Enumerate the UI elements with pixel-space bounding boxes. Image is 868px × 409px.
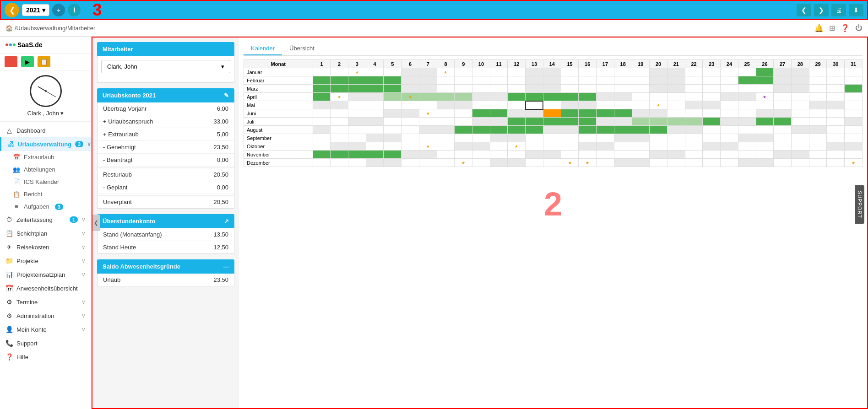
right-panel: Kalender Übersicht Monat 123456789101112… [239,38,867,408]
ueberstunden-header: Überstundenkonto ↗ [97,214,234,228]
sidebar-item-anwesenheit[interactable]: 📅 Anwesenheitsübersicht [0,281,91,295]
sidebar-item-bericht[interactable]: 📋 Bericht [0,188,91,200]
back-button[interactable]: ❮ [5,3,19,17]
sidebar-item-ics-kalender[interactable]: 📄 ICS Kalender [0,176,91,188]
m17 [597,85,614,93]
jun10 [472,109,490,118]
aug31 [845,126,863,134]
d5: 5 [384,60,401,68]
tab-kalender[interactable]: Kalender [244,42,282,55]
grid-icon[interactable]: ⊞ [829,24,835,32]
aug9 [455,126,472,134]
urlaubskonto-header: Urlaubskonto 2021 ✎ [97,88,234,102]
nov27 [774,151,792,159]
extraurlaub-icon: 📅 [13,154,20,161]
month-august: August [244,126,313,134]
sidebar-item-projekteinsatzplan[interactable]: 📊 Projekteinsatzplan ∨ [0,268,91,281]
stand-heute-row: Stand Heute 12,50 [98,241,234,253]
download-button[interactable]: ⬇ [849,4,863,16]
aug14 [543,126,561,134]
sidebar-item-hilfe[interactable]: ❓ Hilfe [0,350,91,364]
sidebar-item-extraurlaub[interactable]: 📅 Extraurlaub [0,151,91,163]
play-button[interactable]: ▶ [21,56,34,67]
jul12 [508,118,526,126]
aug23 [703,126,721,134]
logo-dots [5,43,16,46]
mai14 [543,101,561,109]
a29 [809,93,827,101]
j6 [401,68,419,76]
jun1 [313,109,331,118]
a23 [703,93,721,101]
sidebar-item-projekte[interactable]: 📁 Projekte ∨ [0,254,91,268]
anwesenheit-label: Anwesenheitsübersicht [16,285,86,292]
projekte-label: Projekte [16,258,78,264]
mai10 [472,101,490,109]
m11 [490,85,508,93]
external-link-icon[interactable]: ↗ [224,218,229,225]
jun31 [845,109,863,118]
info-button[interactable]: ℹ [68,4,81,16]
j9 [455,68,472,76]
power-icon[interactable]: ⏻ [855,24,863,32]
nov8 [437,151,455,159]
home-icon[interactable]: 🏠 [5,25,13,32]
support-tab[interactable]: SUPPORT [855,185,864,224]
d30: 30 [827,60,845,68]
sidebar-item-abteilungen[interactable]: 👥 Abteilungen [0,163,91,176]
sidebar-item-aufgaben[interactable]: ≡ Aufgaben 3 [0,200,91,213]
nov13 [526,151,543,159]
jul8 [437,118,455,126]
nav-next-button[interactable]: ❯ [814,4,829,16]
minus-icon[interactable]: — [223,263,229,270]
m14 [543,85,561,93]
month-november: November [244,151,313,159]
copy-button[interactable]: 📋 [38,56,50,67]
aug12 [508,126,526,134]
okt4 [366,142,384,151]
sep19 [632,134,650,142]
mitarbeiter-header: Mitarbeiter [97,42,234,56]
m1 [313,85,331,93]
help-icon[interactable]: ❓ [841,24,850,32]
sidebar-item-mein-konto[interactable]: 👤 Mein Konto ∨ [0,323,91,336]
nav-section: △ Dashboard 🏖 Urlaubsverwaltung 3 ∨ 📅 Ex… [0,122,91,409]
dashboard-label: Dashboard [16,127,86,134]
d3: 3 [348,60,366,68]
sidebar-item-administration[interactable]: ⚙ Administration ∨ [0,309,91,323]
mein-konto-chevron: ∨ [81,326,86,333]
sidebar-item-reisekosten[interactable]: ✈ Reisekosten ∨ [0,240,91,254]
add-button[interactable]: + [52,4,65,16]
stop-button[interactable] [5,56,17,67]
sidebar-item-schichtplan[interactable]: 📋 Schichtplan ∨ [0,226,91,240]
sep30 [827,134,845,142]
m27 [774,85,792,93]
sidebar-item-dashboard[interactable]: △ Dashboard [0,124,91,137]
d25: 25 [738,60,756,68]
minute-hand [45,91,56,97]
jul22 [685,118,703,126]
print-button[interactable]: 🖨 [831,4,846,16]
nav-prev-button[interactable]: ❮ [797,4,811,16]
breadcrumb-bar: 🏠 /Urlaubsverwaltung/Mitarbeiter 🔔 ⊞ ❓ ⏻ [0,20,868,37]
bell-icon[interactable]: 🔔 [814,24,824,32]
collapse-button[interactable]: ❮ [92,215,100,231]
d17: 17 [597,60,614,68]
j10 [472,68,490,76]
nov15 [561,151,579,159]
a9 [455,93,472,101]
sidebar-item-termine[interactable]: ⚙ Termine ∨ [0,295,91,309]
sidebar-item-zeiterfassung[interactable]: ⏱ Zeiterfassung 1 ∨ [0,213,91,226]
dot-red [5,43,8,46]
dez19 [632,159,650,167]
sidebar-item-urlaubsverwaltung[interactable]: 🏖 Urlaubsverwaltung 3 ∨ [0,137,91,151]
sep5 [384,134,401,142]
year-dropdown[interactable]: 2021 ▾ [22,4,49,16]
tab-uebersicht[interactable]: Übersicht [282,42,322,55]
edit-icon[interactable]: ✎ [224,92,229,99]
employee-dropdown[interactable]: Clark, John ▾ [101,60,230,73]
breadcrumb-actions: 🔔 ⊞ ❓ ⏻ [814,24,863,32]
projekte-icon: 📁 [5,257,13,264]
user-name[interactable]: Clark , John ▾ [5,110,87,117]
sidebar-item-support[interactable]: 📞 Support [0,336,91,350]
